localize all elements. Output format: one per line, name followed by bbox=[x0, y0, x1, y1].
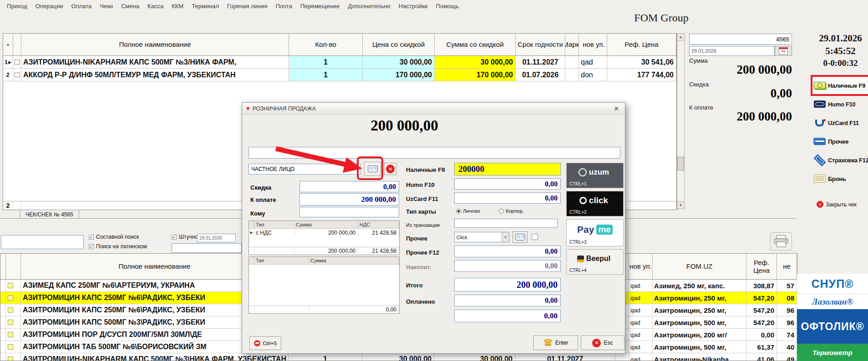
insurance-icon bbox=[813, 154, 826, 166]
product-row[interactable]: АЗИТРОМИЦИН-NIKAPHARM КАПС 500МГ №3\НИКА… bbox=[0, 353, 797, 361]
other-lookup-button[interactable] bbox=[513, 231, 528, 243]
payment-method-button[interactable]: Наличные F9 bbox=[813, 77, 868, 94]
menu-item[interactable]: Перемещение bbox=[296, 1, 344, 11]
menu-item[interactable]: Дополнительно bbox=[344, 1, 395, 11]
accumulation-input[interactable] bbox=[454, 260, 561, 272]
piece-date-input[interactable] bbox=[197, 234, 236, 242]
col-refprice[interactable]: Реф. Цена bbox=[746, 254, 777, 280]
col-price[interactable]: Цена со скидкой bbox=[363, 34, 435, 56]
pay-provider-button[interactable]: uzum CTRL+1 bbox=[566, 163, 624, 188]
dialog-titlebar[interactable]: ♥ РОЗНИЧНАЯ ПРОДАЖА ✕ bbox=[242, 103, 625, 115]
cell-ne: 96 bbox=[777, 304, 797, 316]
other-f12-input[interactable] bbox=[454, 246, 561, 257]
col-expiry[interactable]: Срок годности bbox=[516, 34, 565, 56]
row-flag[interactable] bbox=[8, 344, 13, 350]
row-flag[interactable] bbox=[8, 320, 13, 325]
dlg-total-input[interactable] bbox=[454, 278, 561, 291]
pay-provider-button[interactable]: click CTRL+2 bbox=[566, 191, 624, 216]
customer-input[interactable] bbox=[249, 164, 361, 175]
payment-method-button[interactable]: UzCard F11 bbox=[813, 115, 868, 131]
payment-method-button[interactable]: Бронь bbox=[813, 170, 868, 187]
dlg-due-input[interactable] bbox=[299, 193, 399, 206]
col-ne[interactable]: не bbox=[777, 254, 797, 280]
piece-checkbox[interactable]: ✓ Штучно bbox=[172, 234, 198, 240]
menu-item[interactable]: Оплата bbox=[67, 1, 96, 11]
clear-customer-button[interactable]: ✕ bbox=[384, 163, 396, 175]
col-qty[interactable]: Кол-во bbox=[289, 34, 363, 56]
scroll-down-icon[interactable]: ▼ bbox=[677, 201, 684, 209]
receipt-item-row[interactable]: 1▶ АЗИТРОМИЦИН-NIKAPHARM КАПС 500МГ №3/Н… bbox=[3, 56, 676, 69]
table-scrollbar[interactable]: ▲ ▼ bbox=[677, 33, 685, 209]
col-mark[interactable]: Марк. bbox=[565, 34, 579, 56]
cell-flag bbox=[6, 280, 21, 292]
menu-item[interactable]: Помощь bbox=[432, 1, 463, 11]
card-personal-radio[interactable]: Личная bbox=[456, 208, 480, 214]
menu-item[interactable]: Смена bbox=[117, 1, 143, 11]
print-button[interactable] bbox=[770, 232, 792, 251]
col-sum[interactable]: Сумма со скидкой bbox=[435, 34, 516, 56]
dropdown-icon[interactable]: ▼ bbox=[502, 232, 509, 242]
composite-search-checkbox[interactable]: ✓ Составной поиск bbox=[89, 234, 139, 240]
row-checkbox[interactable] bbox=[15, 60, 20, 65]
menu-item[interactable]: Касса bbox=[143, 1, 168, 11]
row-flag[interactable] bbox=[8, 283, 13, 288]
cancel-button[interactable]: ✕ Esc bbox=[581, 336, 624, 350]
latin-search-checkbox[interactable]: ✓ Поиск на латинском bbox=[89, 243, 147, 250]
menu-item[interactable]: Горячая линия bbox=[223, 1, 272, 11]
payment-method-button[interactable]: Humo F10 bbox=[813, 96, 868, 112]
retail-sale-dialog: ♥ РОЗНИЧНАЯ ПРОДАЖА ✕ 200 000,00 ✕ Скидк… bbox=[242, 102, 625, 354]
scan-input[interactable] bbox=[249, 147, 620, 159]
dialog-close-icon[interactable]: ✕ bbox=[612, 105, 621, 112]
scrollbar-track[interactable] bbox=[677, 41, 684, 201]
row-checkbox[interactable] bbox=[15, 72, 20, 77]
vat-row[interactable]: ▶ с НДС 200 000,00 21 428,58 bbox=[249, 229, 399, 236]
pay-provider-button[interactable]: Payme CTRL+3 bbox=[566, 219, 624, 246]
receipt-date-input[interactable] bbox=[689, 46, 775, 56]
menu-item[interactable]: Операции bbox=[31, 1, 67, 11]
cell-newpack: don bbox=[579, 69, 607, 81]
receipt-item-row[interactable]: 2 АККОРД Р-Р Д/ИНФ 50МЛ/ТЕМУР МЕД ФАРМ, … bbox=[3, 69, 676, 81]
scroll-up-icon[interactable]: ▲ bbox=[677, 34, 684, 41]
radio-off-icon bbox=[499, 209, 504, 214]
row-flag[interactable] bbox=[8, 332, 13, 337]
row-flag[interactable] bbox=[8, 356, 13, 361]
column-options-icon[interactable]: ▾ bbox=[7, 42, 9, 47]
uzcard-input[interactable] bbox=[454, 192, 561, 204]
col-newpack[interactable]: нов уп. bbox=[579, 34, 607, 56]
menu-item[interactable]: Приход bbox=[3, 1, 31, 11]
save-button[interactable]: Ctrl+S bbox=[249, 336, 281, 350]
customer-lookup-button[interactable] bbox=[364, 162, 381, 176]
col-fomuz[interactable]: FOM.UZ bbox=[653, 254, 746, 280]
paid-input[interactable] bbox=[454, 295, 561, 306]
cash-input[interactable] bbox=[454, 163, 561, 175]
menu-item[interactable]: ККМ bbox=[168, 1, 188, 11]
col-newpack[interactable]: нов уп. bbox=[629, 254, 653, 280]
pay-provider-button[interactable]: Beepul CTRL+4 bbox=[566, 249, 624, 275]
other-checkbox[interactable] bbox=[532, 234, 538, 240]
payment-method-button[interactable]: Страховка F12 bbox=[813, 152, 868, 168]
menu-item[interactable]: Почта bbox=[272, 1, 296, 11]
menu-item[interactable]: Чеки bbox=[96, 1, 117, 11]
card-corporate-radio[interactable]: Корпор. bbox=[499, 208, 524, 214]
humo-input[interactable] bbox=[454, 178, 561, 190]
row-flag[interactable] bbox=[8, 295, 13, 301]
dlg-discount-input[interactable] bbox=[299, 181, 399, 192]
calendar-button[interactable]: 31 bbox=[775, 46, 792, 56]
col-refprice[interactable]: Реф. Цена bbox=[607, 34, 676, 56]
row-flag[interactable] bbox=[8, 307, 13, 313]
menu-item[interactable]: Терминал bbox=[188, 1, 223, 11]
latin-search-input[interactable] bbox=[172, 243, 242, 253]
check-tab[interactable]: ЧЕК/СНЕК № 4565 bbox=[20, 210, 79, 219]
change-input[interactable] bbox=[454, 310, 561, 322]
menu-item[interactable]: Настройки bbox=[395, 1, 432, 11]
search-input[interactable] bbox=[1, 235, 84, 249]
confirm-payment-button[interactable]: Enter bbox=[533, 336, 578, 350]
from-transaction-input[interactable] bbox=[454, 219, 558, 228]
receipt-number-input[interactable] bbox=[689, 34, 792, 45]
close-check-button[interactable]: ✕ Закрыть чек bbox=[817, 201, 857, 208]
other-payment-select[interactable]: Click ▼ bbox=[454, 232, 509, 242]
scrollbar-thumb[interactable] bbox=[677, 157, 684, 170]
dlg-to-input[interactable] bbox=[299, 207, 399, 217]
col-name[interactable]: Полное наименование bbox=[21, 34, 289, 56]
payment-method-button[interactable]: Прочее bbox=[813, 133, 868, 150]
